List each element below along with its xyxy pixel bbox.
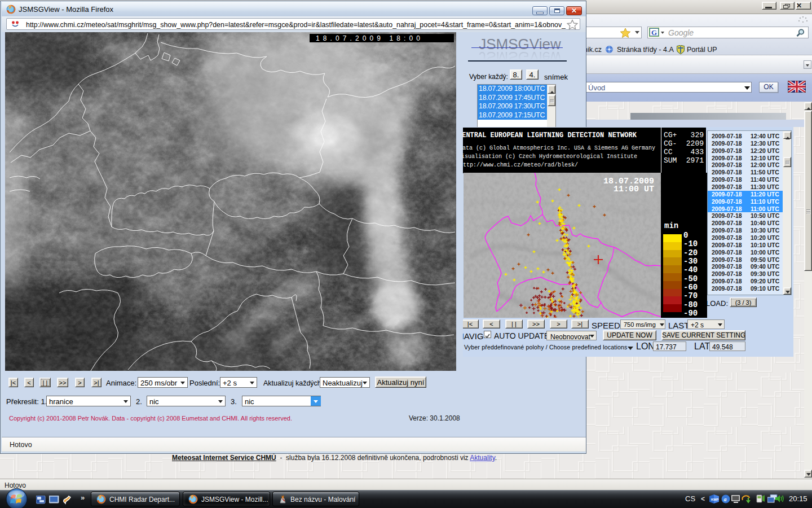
svg-text:18.07.2009 18:00: 18.07.2009 18:00 <box>316 34 423 42</box>
svg-text:11:00 UT: 11:00 UT <box>614 185 654 194</box>
svg-text:KMP: KMP <box>711 498 718 501</box>
svg-text:a: a <box>724 496 727 502</box>
